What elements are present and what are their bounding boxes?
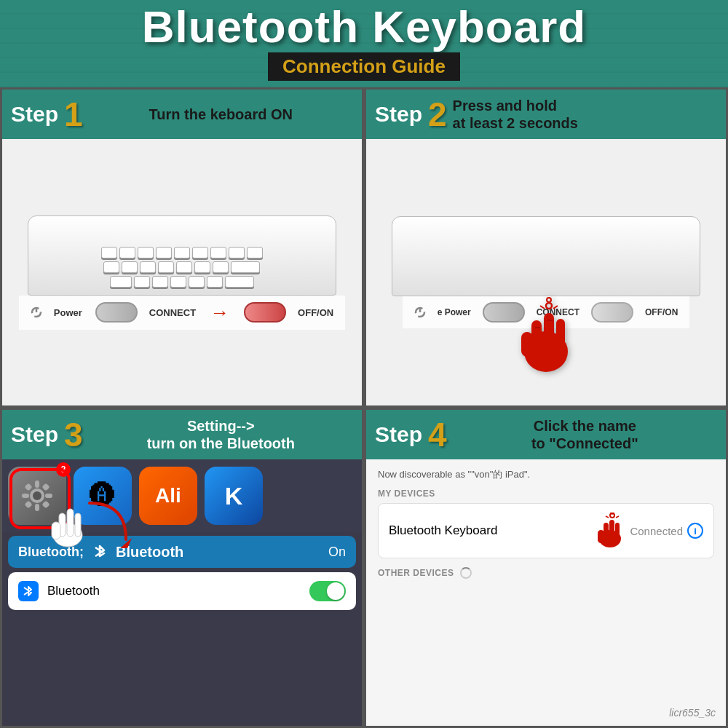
svg-rect-28	[75, 513, 81, 537]
svg-rect-27	[67, 509, 74, 537]
step4-content: Now discoverable as ""von"的 iPad". MY DE…	[366, 459, 726, 726]
keyboard-illustration-1	[28, 215, 337, 296]
bluetooth-label: Bluetooth	[116, 544, 320, 561]
main-title: Bluetooth Keyboard	[142, 4, 586, 50]
step3-desc: Setting--> turn on the Bluetooth	[89, 417, 353, 452]
key	[101, 247, 117, 258]
svg-point-11	[546, 303, 552, 309]
power-label-2: e Power	[438, 307, 471, 317]
steps-grid: Step 1 Turn the keboard ON	[0, 87, 728, 728]
svg-rect-29	[52, 522, 60, 539]
step1-desc: Turn the keboard ON	[89, 106, 353, 123]
svg-rect-8	[521, 332, 533, 357]
step4-cell: Step 4 Click the name to "Connected" Now…	[364, 408, 728, 728]
step1-bar: Step 1 Turn the keboard ON	[2, 90, 362, 139]
svg-point-12	[547, 298, 551, 302]
aliexpress-icon: Ali	[139, 467, 197, 525]
device-row[interactable]: Bluetooth Keyboard Connected i	[378, 503, 714, 558]
key	[156, 247, 172, 258]
power-icon	[31, 306, 42, 318]
step3-content: 3 🅐 Ali K	[2, 459, 362, 726]
svg-line-14	[553, 306, 558, 309]
step3-bar: Step 3 Setting--> turn on the Bluetooth	[2, 410, 362, 459]
step3-number: 3	[64, 418, 83, 451]
key	[229, 247, 245, 258]
bluetooth-settings-row: Bluetooth	[8, 572, 356, 610]
key	[189, 276, 205, 288]
arrow-icon: →	[210, 301, 229, 324]
step2-number: 2	[428, 98, 447, 131]
svg-rect-35	[615, 523, 620, 540]
svg-line-40	[616, 516, 619, 518]
step2-cell: Step 2 Press and hold at least 2 seconds…	[364, 87, 728, 408]
key	[122, 261, 138, 273]
hand-click-svg	[46, 497, 90, 548]
svg-line-13	[540, 306, 545, 309]
key	[213, 261, 229, 273]
key	[210, 247, 226, 258]
other-devices-label: OTHER DEVICES	[378, 567, 714, 579]
key	[152, 276, 168, 288]
step2-desc: Press and hold at least 2 seconds	[453, 97, 717, 132]
svg-rect-6	[544, 313, 554, 353]
device-name: Bluetooth Keyboard	[389, 523, 593, 538]
my-devices-label: MY DEVICES	[378, 488, 714, 499]
step4-label: Step	[375, 422, 422, 447]
svg-rect-36	[598, 530, 604, 543]
key	[194, 261, 210, 273]
step3-label: Step	[11, 422, 58, 447]
k-app-icon: K	[205, 467, 263, 525]
discoverable-text: Now discoverable as ""von"的 iPad".	[378, 468, 714, 481]
power-label: Power	[54, 307, 82, 318]
key	[225, 276, 254, 288]
key	[158, 261, 174, 273]
key	[119, 247, 135, 258]
hand-clicking-icon	[46, 497, 90, 556]
key	[231, 261, 260, 273]
svg-line-39	[606, 516, 609, 518]
bluetooth-status: On	[328, 545, 346, 560]
watermark: licr655_3c	[669, 707, 716, 719]
offon-switch	[244, 302, 286, 323]
step4-bar: Step 4 Click the name to "Connected"	[366, 410, 726, 459]
step1-content: Power CONNECT → OFF/ON	[2, 139, 362, 405]
click-hand-icon	[593, 513, 627, 549]
step4-number: 4	[428, 418, 447, 451]
info-icon[interactable]: i	[687, 523, 703, 539]
hand-svg	[510, 290, 582, 377]
connect-switch-off	[95, 302, 138, 323]
svg-rect-5	[531, 320, 542, 353]
key	[103, 261, 119, 273]
offon-switch-2	[591, 302, 633, 323]
step3-cell: Step 3 Setting--> turn on the Bluetooth	[0, 408, 364, 728]
switch-row-1: Power CONNECT → OFF/ON	[19, 296, 345, 330]
bluetooth-toggle[interactable]	[309, 581, 346, 601]
key	[134, 276, 150, 288]
key	[174, 247, 190, 258]
key	[192, 247, 208, 258]
step2-content: e Power CONNECT OFF/ON	[366, 139, 726, 405]
power-icon-2	[414, 306, 426, 318]
connected-text: Connected	[630, 525, 683, 537]
key	[110, 276, 132, 288]
step1-cell: Step 1 Turn the keboard ON	[0, 87, 364, 408]
step2-label: Step	[375, 102, 422, 127]
step1-label: Step	[11, 102, 58, 127]
svg-rect-7	[556, 319, 565, 353]
step2-bar: Step 2 Press and hold at least 2 seconds	[366, 90, 726, 139]
step1-number: 1	[64, 98, 83, 131]
svg-rect-34	[609, 520, 614, 540]
offon-label: OFF/ON	[298, 307, 333, 318]
keyboard-illustration-2	[392, 216, 701, 296]
subtitle-text: Connection Guide	[282, 55, 446, 77]
settings-list: Bluetooth	[8, 572, 356, 610]
key	[138, 247, 154, 258]
offon-label-2: OFF/ON	[645, 307, 678, 317]
key	[247, 247, 263, 258]
subtitle-box: Connection Guide	[268, 52, 460, 81]
loading-spinner	[460, 567, 472, 579]
connect-label: CONNECT	[149, 307, 196, 318]
key	[170, 276, 186, 288]
key	[207, 276, 223, 288]
svg-rect-33	[604, 523, 609, 540]
